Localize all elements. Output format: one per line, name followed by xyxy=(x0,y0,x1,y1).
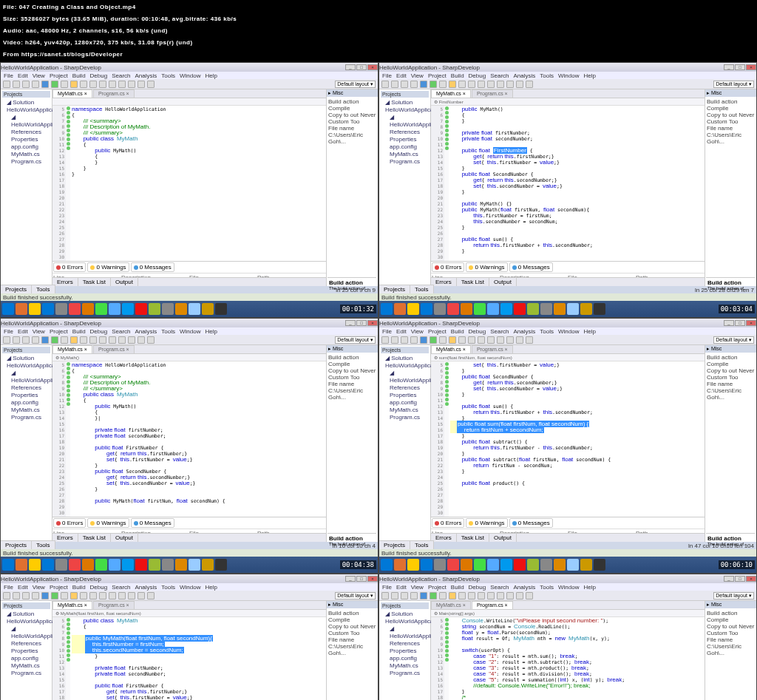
tree-item[interactable]: Properties xyxy=(382,136,427,143)
menu-item[interactable]: Debug xyxy=(90,584,108,591)
tool-btn[interactable] xyxy=(420,336,427,344)
menu-item[interactable]: Edit xyxy=(18,584,28,591)
tool-btn[interactable] xyxy=(13,336,20,344)
tool-btn[interactable] xyxy=(147,81,155,88)
tool-btn[interactable] xyxy=(109,336,116,344)
close-btn[interactable]: × xyxy=(367,64,378,70)
taskbar-icon[interactable] xyxy=(82,559,94,571)
tool-btn[interactable] xyxy=(128,81,135,88)
taskbar-icon[interactable] xyxy=(447,303,459,315)
taskbar-icon[interactable] xyxy=(594,559,605,571)
menu-item[interactable]: Search xyxy=(112,72,130,79)
min-btn[interactable]: _ xyxy=(345,576,356,582)
tree-item[interactable]: Properties xyxy=(4,136,49,143)
project-node[interactable]: ◢ HelloWorldApplication xyxy=(382,370,427,384)
taskbar-icon[interactable] xyxy=(487,559,499,571)
tool-btn[interactable] xyxy=(80,592,87,599)
tree-item[interactable]: References xyxy=(4,384,49,392)
errors-tab[interactable]: 0 Errors xyxy=(432,518,464,528)
taskbar-icon[interactable] xyxy=(567,559,579,571)
breadcrumb[interactable]: ⚙ sum(float firstNum, float secondNum) xyxy=(431,354,705,361)
taskbar-icon[interactable] xyxy=(215,559,227,571)
tool-btn[interactable] xyxy=(89,592,97,599)
btab-errors[interactable]: Errors xyxy=(431,278,457,286)
solution-node[interactable]: ◢ Solution HelloWorldApplicat xyxy=(4,99,49,114)
menu-item[interactable]: Analysis xyxy=(135,328,157,335)
tool-btn[interactable] xyxy=(497,81,504,88)
tool-btn[interactable] xyxy=(458,81,466,88)
solution-node[interactable]: ◢ Solution HelloWorldApplicat xyxy=(382,611,427,625)
taskbar-icon[interactable] xyxy=(580,559,592,571)
tool-btn[interactable] xyxy=(410,336,418,344)
tree-item[interactable]: References xyxy=(382,640,427,648)
close-btn[interactable]: × xyxy=(746,64,756,70)
taskbar-icon[interactable] xyxy=(434,559,446,571)
taskbar-icon[interactable] xyxy=(461,303,472,315)
menu-item[interactable]: View xyxy=(411,72,424,79)
menu-item[interactable]: Help xyxy=(205,328,217,335)
tool-btn[interactable] xyxy=(497,336,504,344)
menu-item[interactable]: Tools xyxy=(540,328,554,335)
taskbar-icon[interactable] xyxy=(82,303,94,315)
tool-btn[interactable] xyxy=(430,592,437,599)
close-btn[interactable]: × xyxy=(367,320,378,326)
menu-item[interactable]: Project xyxy=(50,328,68,335)
solution-node[interactable]: ◢ Solution HelloWorldApplicat xyxy=(382,355,427,370)
tool-btn[interactable] xyxy=(89,336,97,344)
btab-tools[interactable]: Tools xyxy=(32,285,55,293)
taskbar-icon[interactable] xyxy=(16,559,27,571)
tool-btn[interactable] xyxy=(147,336,155,344)
taskbar-icon[interactable] xyxy=(554,559,566,571)
tab-program[interactable]: Program.cs × xyxy=(93,601,135,609)
taskbar-icon[interactable] xyxy=(175,559,187,571)
menu-item[interactable]: File xyxy=(382,584,392,591)
tool-btn[interactable] xyxy=(487,81,495,88)
tool-btn[interactable] xyxy=(449,336,456,344)
layout-selector[interactable]: Default layout ▾ xyxy=(335,336,376,344)
tree-item[interactable]: MyMath.cs xyxy=(4,407,49,414)
tool-btn[interactable] xyxy=(51,592,58,599)
menu-item[interactable]: Help xyxy=(583,328,595,335)
tree-item[interactable]: app.config xyxy=(382,655,427,662)
tool-btn[interactable] xyxy=(128,336,135,344)
tool-btn[interactable] xyxy=(401,336,408,344)
taskbar-icon[interactable] xyxy=(500,559,512,571)
tool-btn[interactable] xyxy=(439,336,447,344)
tool-btn[interactable] xyxy=(22,592,30,599)
taskbar-icon[interactable] xyxy=(42,559,54,571)
tool-btn[interactable] xyxy=(391,81,398,88)
taskbar-icon[interactable] xyxy=(487,303,499,315)
min-btn[interactable]: _ xyxy=(724,320,734,326)
menu-item[interactable]: Edit xyxy=(396,584,407,591)
tree-item[interactable]: Properties xyxy=(4,648,49,655)
taskbar-icon[interactable] xyxy=(474,559,486,571)
taskbar-icon[interactable] xyxy=(381,559,393,571)
menu-item[interactable]: Search xyxy=(490,328,509,335)
errors-tab[interactable]: 0 Errors xyxy=(432,262,464,272)
tool-btn[interactable] xyxy=(420,592,427,599)
menu-item[interactable]: Edit xyxy=(396,72,407,79)
tree-item[interactable]: app.config xyxy=(4,655,49,662)
tree-item[interactable]: MyMath.cs xyxy=(4,662,49,670)
menu-item[interactable]: Debug xyxy=(90,328,108,335)
taskbar-icon[interactable] xyxy=(135,559,147,571)
min-btn[interactable]: _ xyxy=(345,320,356,326)
tree-item[interactable]: MyMath.cs xyxy=(382,407,427,414)
tool-btn[interactable] xyxy=(497,592,504,599)
breadcrumb[interactable] xyxy=(52,98,326,106)
menu-item[interactable]: Help xyxy=(205,72,217,79)
tool-btn[interactable] xyxy=(458,592,466,599)
menu-item[interactable]: View xyxy=(33,328,45,335)
tool-btn[interactable] xyxy=(516,592,523,599)
errors-tab[interactable]: 0 Errors xyxy=(53,518,86,528)
menu-item[interactable]: View xyxy=(33,72,45,79)
tool-btn[interactable] xyxy=(41,336,49,344)
tool-btn[interactable] xyxy=(41,592,49,599)
taskbar-icon[interactable] xyxy=(474,303,486,315)
tool-btn[interactable] xyxy=(449,81,456,88)
tool-btn[interactable] xyxy=(430,81,437,88)
taskbar-icon[interactable] xyxy=(421,303,432,315)
tool-btn[interactable] xyxy=(70,592,78,599)
tool-btn[interactable] xyxy=(381,592,389,599)
menu-item[interactable]: File xyxy=(4,72,13,79)
